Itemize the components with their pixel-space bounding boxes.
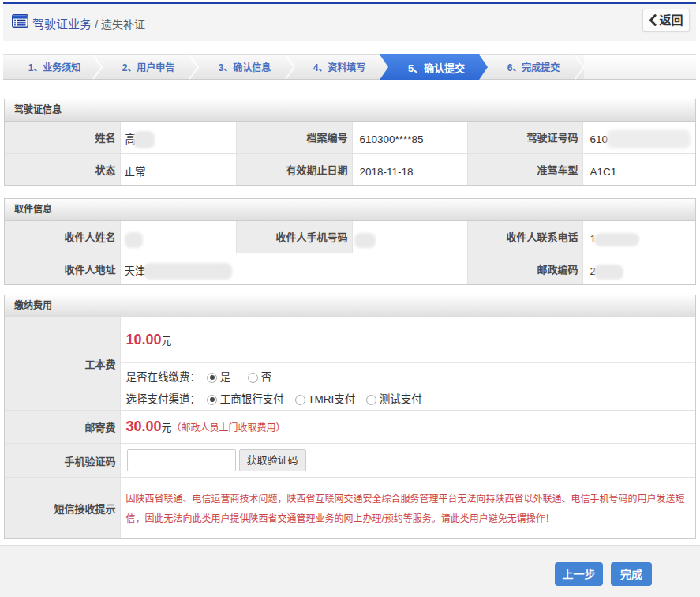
svg-text:2、用户申告: 2、用户申告 [122, 62, 175, 73]
svg-text:3、确认信息: 3、确认信息 [219, 62, 271, 73]
svg-text:1、业务须知: 1、业务须知 [28, 62, 81, 73]
svg-text:5、确认提交: 5、确认提交 [408, 62, 465, 74]
svg-text:6、完成提交: 6、完成提交 [507, 62, 560, 73]
svg-text:4、资料填写: 4、资料填写 [313, 62, 366, 73]
